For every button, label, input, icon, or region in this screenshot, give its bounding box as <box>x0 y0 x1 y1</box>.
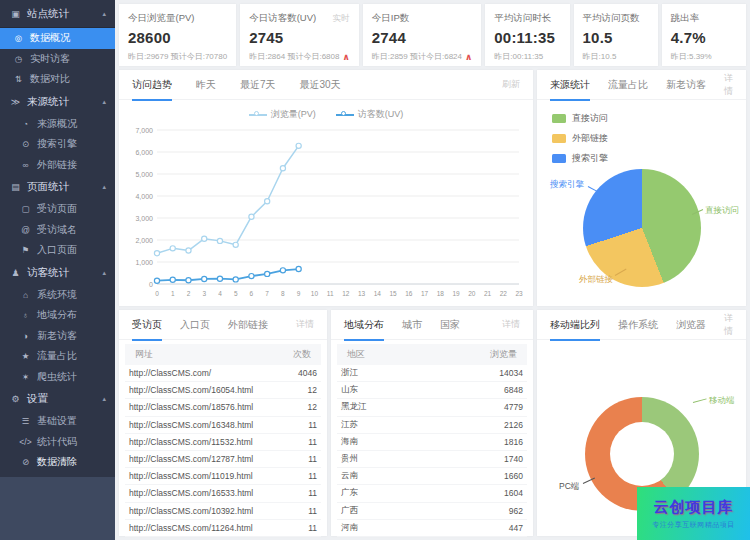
sidebar-item[interactable]: ⇅数据对比 <box>0 69 115 90</box>
table-row: http://ClassCMS.com/4046 <box>125 365 321 382</box>
sidebar-item[interactable]: ⚑入口页面 <box>0 240 115 261</box>
device-tabs: 移动端比列操作系统浏览器详情 <box>537 310 746 340</box>
table-row: http://ClassCMS.com/16054.html12 <box>125 382 321 399</box>
tab[interactable]: 国家 <box>440 310 460 340</box>
table-cell: http://ClassCMS.com/16054.html <box>129 385 253 395</box>
tab[interactable]: 受访页 <box>132 310 162 340</box>
svg-text:14: 14 <box>374 290 382 297</box>
up-arrow-icon: ∧ <box>465 52 472 62</box>
table-row: 广西962 <box>337 503 527 520</box>
tab[interactable]: 最近30天 <box>300 70 341 100</box>
table-row: http://ClassCMS.com/12787.html11 <box>125 451 321 468</box>
table-cell: 11 <box>308 420 317 430</box>
sidebar-item[interactable]: ◎数据概况 <box>0 28 115 49</box>
table-cell: 11 <box>308 506 317 516</box>
sidebar-item[interactable]: ◷实时访客 <box>0 49 115 70</box>
table-row: 贵州1740 <box>337 451 527 468</box>
sidebar-item[interactable]: @受访域名 <box>0 220 115 241</box>
stat-card-subtext: 昨日:5.39% <box>671 51 712 62</box>
tab[interactable]: 地域分布 <box>344 310 384 340</box>
sidebar-section-header[interactable]: ≫来源统计▴ <box>0 90 115 114</box>
table-cell: http://ClassCMS.com/ <box>129 368 211 378</box>
source-pie-chart <box>583 169 701 287</box>
detail-link[interactable]: 详情 <box>296 318 314 331</box>
legend-label: 浏览量(PV) <box>271 108 316 121</box>
stat-card-value: 28600 <box>128 29 227 46</box>
sidebar-section-header[interactable]: ♟访客统计▴ <box>0 261 115 285</box>
sidebar-item[interactable]: ★流量占比 <box>0 346 115 367</box>
sidebar: ▣站点统计▴◎数据概况◷实时访客⇅数据对比≫来源统计▴◔来源概况⊙搜索引擎∞外部… <box>0 0 115 540</box>
tab[interactable]: 访问趋势 <box>132 70 172 100</box>
tab[interactable]: 入口页 <box>180 310 210 340</box>
table-cell: 1816 <box>504 437 523 447</box>
sidebar-item[interactable]: </>统计代码 <box>0 432 115 453</box>
sidebar-item[interactable]: ♁地域分布 <box>0 305 115 326</box>
pie-label-direct: 直接访问 <box>705 205 739 217</box>
detail-link[interactable]: 详情 <box>502 318 520 331</box>
tab[interactable]: 新老访客 <box>666 70 706 100</box>
sidebar-section-label: 来源统计 <box>27 95 69 109</box>
detail-link[interactable]: 详情 <box>724 72 733 98</box>
stat-card-label: 平均访问页数 <box>583 12 640 25</box>
tab[interactable]: 来源统计 <box>550 70 590 100</box>
table-cell: 1604 <box>504 488 523 498</box>
sidebar-section-header[interactable]: ▣站点统计▴ <box>0 0 115 28</box>
legend-item[interactable]: 访客数(UV) <box>336 107 404 122</box>
stat-card: 跳出率4.7%昨日:5.39% <box>662 4 746 66</box>
sidebar-item[interactable]: ⊙搜索引擎 <box>0 134 115 155</box>
svg-text:12: 12 <box>342 290 350 297</box>
trend-tabs: 访问趋势昨天最近7天最近30天刷新 <box>119 70 533 100</box>
svg-text:5,000: 5,000 <box>135 171 153 178</box>
table-cell: http://ClassCMS.com/11019.html <box>129 471 253 481</box>
sidebar-item[interactable]: ☰基础设置 <box>0 411 115 432</box>
legend-line-icon <box>249 110 267 119</box>
stat-card-label: 今日访客数(UV) <box>249 12 316 25</box>
table-cell: 浙江 <box>341 367 358 379</box>
tab[interactable]: 外部链接 <box>228 310 268 340</box>
legend-item[interactable]: 浏览量(PV) <box>249 107 316 122</box>
tab[interactable]: 流量占比 <box>608 70 648 100</box>
sidebar-item[interactable]: ∞外部链接 <box>0 155 115 176</box>
donut-connector <box>693 398 707 403</box>
region-table: 浙江14034山东6848黑龙江4779江苏2126海南1816贵州1740云南… <box>337 365 527 537</box>
stat-card: 今日访客数(UV)实时2745昨日:2864 预计今日:6808∧ <box>240 4 359 66</box>
svg-text:2,000: 2,000 <box>135 237 153 244</box>
tab[interactable]: 操作系统 <box>618 310 658 340</box>
detail-link[interactable]: 详情 <box>724 312 733 338</box>
tab[interactable]: 移动端比列 <box>550 310 600 340</box>
tab[interactable]: 昨天 <box>196 70 216 100</box>
sidebar-item[interactable]: ◔来源概况 <box>0 114 115 135</box>
sidebar-item[interactable]: ⌂系统环境 <box>0 285 115 306</box>
sidebar-item[interactable]: ✶爬虫统计 <box>0 367 115 388</box>
sidebar-item-label: 实时访客 <box>30 52 70 66</box>
table-row: http://ClassCMS.com/16533.html11 <box>125 485 321 502</box>
app-root: ▣站点统计▴◎数据概况◷实时访客⇅数据对比≫来源统计▴◔来源概况⊙搜索引擎∞外部… <box>0 0 750 540</box>
sidebar-section-header[interactable]: ▤页面统计▴ <box>0 175 115 199</box>
tab[interactable]: 城市 <box>402 310 422 340</box>
pages-icon: ▤ <box>9 182 22 192</box>
sidebar-menu: ▣站点统计▴◎数据概况◷实时访客⇅数据对比≫来源统计▴◔来源概况⊙搜索引擎∞外部… <box>0 0 115 477</box>
donut-label-pc: PC端 <box>559 481 579 493</box>
system-icon: ⌂ <box>19 290 32 300</box>
table-row: 江苏2126 <box>337 417 527 434</box>
location-icon: ♁ <box>19 310 32 320</box>
legend-item[interactable]: 搜索引擎 <box>552 152 608 165</box>
svg-text:4: 4 <box>218 290 222 297</box>
legend-item[interactable]: 外部链接 <box>552 132 608 145</box>
stat-card-subtext: 昨日:00:11:35 <box>494 51 543 62</box>
trash-icon: ⊘ <box>19 457 32 467</box>
stat-card-subtext: 昨日:2859 预计今日:6824 <box>372 51 462 62</box>
sidebar-item[interactable]: ▢受访页面 <box>0 199 115 220</box>
tab[interactable]: 浏览器 <box>676 310 706 340</box>
sidebar-section-header[interactable]: ⚙设置▴ <box>0 387 115 411</box>
refresh-link[interactable]: 刷新 <box>502 78 520 91</box>
tab[interactable]: 最近7天 <box>240 70 276 100</box>
table-row: 云南1660 <box>337 468 527 485</box>
sidebar-item-label: 数据概况 <box>30 31 70 45</box>
sidebar-item[interactable]: ⊘数据清除 <box>0 452 115 473</box>
legend-item[interactable]: 直接访问 <box>552 112 608 125</box>
watermark: 云创项目库 专注分享互联网精品项目 <box>637 487 750 540</box>
sidebar-item[interactable]: ◑新老访客 <box>0 326 115 347</box>
svg-text:20: 20 <box>468 290 476 297</box>
svg-text:3,000: 3,000 <box>135 215 153 222</box>
